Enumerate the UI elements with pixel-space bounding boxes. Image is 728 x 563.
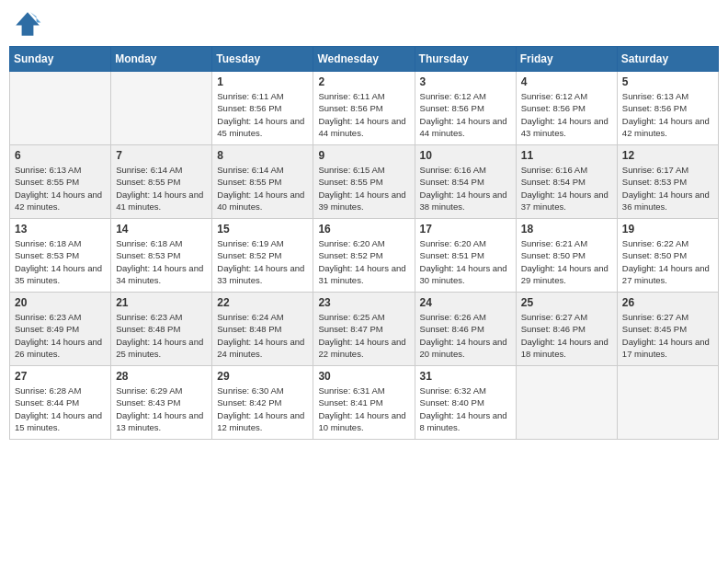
day-info: Sunrise: 6:23 AMSunset: 8:48 PMDaylight:… [116,311,207,360]
calendar-cell: 18Sunrise: 6:21 AMSunset: 8:50 PMDayligh… [516,219,617,293]
logo [13,9,46,39]
day-number: 18 [521,223,612,236]
day-number: 20 [15,296,106,309]
day-info: Sunrise: 6:16 AMSunset: 8:54 PMDaylight:… [420,164,511,213]
day-info: Sunrise: 6:18 AMSunset: 8:53 PMDaylight:… [116,237,207,286]
day-number: 28 [116,370,207,383]
day-info: Sunrise: 6:32 AMSunset: 8:40 PMDaylight:… [420,385,511,433]
calendar-cell [516,366,617,440]
weekday-header-thursday: Thursday [415,47,516,72]
calendar-cell: 26Sunrise: 6:27 AMSunset: 8:45 PMDayligh… [617,293,718,366]
day-number: 13 [15,223,106,236]
day-info: Sunrise: 6:18 AMSunset: 8:53 PMDaylight:… [15,237,106,286]
calendar-cell: 5Sunrise: 6:13 AMSunset: 8:56 PMDaylight… [617,72,718,145]
day-number: 25 [521,296,612,309]
calendar-week-row: 13Sunrise: 6:18 AMSunset: 8:53 PMDayligh… [10,219,719,293]
calendar-table: SundayMondayTuesdayWednesdayThursdayFrid… [9,46,719,440]
calendar-cell: 9Sunrise: 6:15 AMSunset: 8:55 PMDaylight… [313,145,415,219]
weekday-header-tuesday: Tuesday [212,47,313,72]
weekday-header-saturday: Saturday [617,47,718,72]
day-number: 12 [622,149,713,162]
day-number: 29 [217,370,308,383]
day-info: Sunrise: 6:20 AMSunset: 8:51 PMDaylight:… [420,237,511,286]
calendar-week-row: 6Sunrise: 6:13 AMSunset: 8:55 PMDaylight… [10,145,719,219]
weekday-header-sunday: Sunday [10,47,111,72]
day-number: 7 [116,149,207,162]
calendar-cell [111,72,212,145]
day-number: 27 [15,370,106,383]
calendar-cell: 17Sunrise: 6:20 AMSunset: 8:51 PMDayligh… [415,219,516,293]
day-info: Sunrise: 6:19 AMSunset: 8:52 PMDaylight:… [217,237,308,286]
day-info: Sunrise: 6:27 AMSunset: 8:45 PMDaylight:… [622,311,713,360]
weekday-header-row: SundayMondayTuesdayWednesdayThursdayFrid… [10,47,719,72]
day-info: Sunrise: 6:11 AMSunset: 8:56 PMDaylight:… [318,90,409,139]
day-info: Sunrise: 6:29 AMSunset: 8:43 PMDaylight:… [116,385,207,433]
calendar-cell: 12Sunrise: 6:17 AMSunset: 8:53 PMDayligh… [617,145,718,219]
calendar-cell: 4Sunrise: 6:12 AMSunset: 8:56 PMDaylight… [516,72,617,145]
day-number: 8 [217,149,308,162]
calendar-cell: 29Sunrise: 6:30 AMSunset: 8:42 PMDayligh… [212,366,313,440]
day-info: Sunrise: 6:12 AMSunset: 8:56 PMDaylight:… [420,90,511,139]
day-info: Sunrise: 6:22 AMSunset: 8:50 PMDaylight:… [622,237,713,286]
calendar-cell: 16Sunrise: 6:20 AMSunset: 8:52 PMDayligh… [313,219,415,293]
calendar-cell: 6Sunrise: 6:13 AMSunset: 8:55 PMDaylight… [10,145,111,219]
day-info: Sunrise: 6:27 AMSunset: 8:46 PMDaylight:… [521,311,612,360]
calendar-cell: 7Sunrise: 6:14 AMSunset: 8:55 PMDaylight… [111,145,212,219]
day-info: Sunrise: 6:20 AMSunset: 8:52 PMDaylight:… [318,237,409,286]
day-number: 3 [420,75,511,88]
calendar-cell: 1Sunrise: 6:11 AMSunset: 8:56 PMDaylight… [212,72,313,145]
page-header [9,9,719,39]
day-info: Sunrise: 6:17 AMSunset: 8:53 PMDaylight:… [622,164,713,213]
calendar-week-row: 1Sunrise: 6:11 AMSunset: 8:56 PMDaylight… [10,72,719,145]
day-info: Sunrise: 6:31 AMSunset: 8:41 PMDaylight:… [318,385,409,433]
day-number: 9 [318,149,409,162]
calendar-cell: 21Sunrise: 6:23 AMSunset: 8:48 PMDayligh… [111,293,212,366]
day-info: Sunrise: 6:14 AMSunset: 8:55 PMDaylight:… [116,164,207,213]
day-info: Sunrise: 6:13 AMSunset: 8:55 PMDaylight:… [15,164,106,213]
day-info: Sunrise: 6:24 AMSunset: 8:48 PMDaylight:… [217,311,308,360]
day-number: 10 [420,149,511,162]
calendar-cell: 20Sunrise: 6:23 AMSunset: 8:49 PMDayligh… [10,293,111,366]
day-number: 2 [318,75,409,88]
day-number: 11 [521,149,612,162]
calendar-cell: 3Sunrise: 6:12 AMSunset: 8:56 PMDaylight… [415,72,516,145]
calendar-week-row: 20Sunrise: 6:23 AMSunset: 8:49 PMDayligh… [10,293,719,366]
day-number: 30 [318,370,409,383]
calendar-week-row: 27Sunrise: 6:28 AMSunset: 8:44 PMDayligh… [10,366,719,440]
day-info: Sunrise: 6:25 AMSunset: 8:47 PMDaylight:… [318,311,409,360]
calendar-cell: 14Sunrise: 6:18 AMSunset: 8:53 PMDayligh… [111,219,212,293]
day-number: 4 [521,75,612,88]
calendar-cell: 8Sunrise: 6:14 AMSunset: 8:55 PMDaylight… [212,145,313,219]
day-number: 21 [116,296,207,309]
day-number: 16 [318,223,409,236]
day-number: 19 [622,223,713,236]
day-info: Sunrise: 6:13 AMSunset: 8:56 PMDaylight:… [622,90,713,139]
calendar-cell: 30Sunrise: 6:31 AMSunset: 8:41 PMDayligh… [313,366,415,440]
calendar-cell [617,366,718,440]
calendar-cell: 15Sunrise: 6:19 AMSunset: 8:52 PMDayligh… [212,219,313,293]
day-number: 26 [622,296,713,309]
calendar-cell: 13Sunrise: 6:18 AMSunset: 8:53 PMDayligh… [10,219,111,293]
calendar-cell: 11Sunrise: 6:16 AMSunset: 8:54 PMDayligh… [516,145,617,219]
weekday-header-friday: Friday [516,47,617,72]
day-number: 22 [217,296,308,309]
weekday-header-monday: Monday [111,47,212,72]
day-number: 1 [217,75,308,88]
day-number: 6 [15,149,106,162]
calendar-cell: 19Sunrise: 6:22 AMSunset: 8:50 PMDayligh… [617,219,718,293]
day-number: 23 [318,296,409,309]
day-number: 5 [622,75,713,88]
calendar-cell: 24Sunrise: 6:26 AMSunset: 8:46 PMDayligh… [415,293,516,366]
day-info: Sunrise: 6:21 AMSunset: 8:50 PMDaylight:… [521,237,612,286]
day-info: Sunrise: 6:26 AMSunset: 8:46 PMDaylight:… [420,311,511,360]
calendar-cell: 23Sunrise: 6:25 AMSunset: 8:47 PMDayligh… [313,293,415,366]
day-number: 14 [116,223,207,236]
weekday-header-wednesday: Wednesday [313,47,415,72]
calendar-cell: 28Sunrise: 6:29 AMSunset: 8:43 PMDayligh… [111,366,212,440]
calendar-cell: 22Sunrise: 6:24 AMSunset: 8:48 PMDayligh… [212,293,313,366]
day-info: Sunrise: 6:14 AMSunset: 8:55 PMDaylight:… [217,164,308,213]
calendar-cell: 27Sunrise: 6:28 AMSunset: 8:44 PMDayligh… [10,366,111,440]
day-info: Sunrise: 6:11 AMSunset: 8:56 PMDaylight:… [217,90,308,139]
calendar-cell: 31Sunrise: 6:32 AMSunset: 8:40 PMDayligh… [415,366,516,440]
day-info: Sunrise: 6:16 AMSunset: 8:54 PMDaylight:… [521,164,612,213]
